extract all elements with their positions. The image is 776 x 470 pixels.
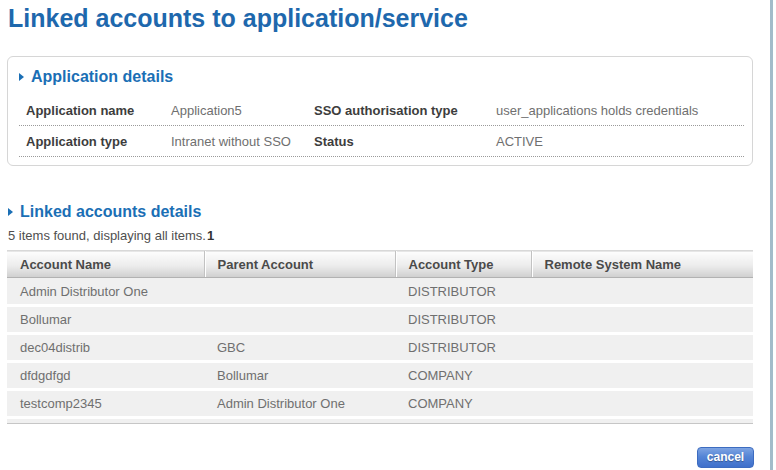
cell-parent-account: Admin Distributor One xyxy=(204,390,395,418)
table-row: Admin Distributor OneDISTRIBUTOR xyxy=(7,278,753,306)
cell-account-name: Bollumar xyxy=(7,306,204,334)
table-row: dfdgdfgdBollumarCOMPANY xyxy=(7,362,753,390)
cell-account-name: Admin Distributor One xyxy=(7,278,204,306)
page: Linked accounts to application/service A… xyxy=(0,0,776,470)
column-header-remote-system-name: Remote System Name xyxy=(531,251,753,278)
status-value: ACTIVE xyxy=(496,134,744,149)
items-summary: 5 items found, displaying all items.1 xyxy=(8,228,214,243)
page-number: 1 xyxy=(207,228,214,243)
cell-account-type: DISTRIBUTOR xyxy=(395,278,531,306)
application-details-panel: Application details Application name App… xyxy=(7,56,753,166)
cell-parent-account xyxy=(204,306,395,334)
cell-remote-system-name xyxy=(531,306,753,334)
cell-account-name: dec04distrib xyxy=(7,334,204,362)
detail-row: Application name Application5 SSO author… xyxy=(19,95,744,126)
cell-remote-system-name xyxy=(531,362,753,390)
application-type-label: Application type xyxy=(19,134,171,149)
status-label: Status xyxy=(314,134,496,149)
triangle-bullet-icon xyxy=(19,73,24,81)
triangle-bullet-icon xyxy=(8,208,13,216)
detail-row: Application type Intranet without SSO St… xyxy=(19,126,744,157)
application-type-value: Intranet without SSO xyxy=(171,134,314,149)
cell-remote-system-name xyxy=(531,278,753,306)
cell-remote-system-name xyxy=(531,334,753,362)
cell-account-name: dfdgdfgd xyxy=(7,362,204,390)
column-header-parent-account: Parent Account xyxy=(204,251,395,278)
cell-remote-system-name xyxy=(531,390,753,418)
cell-parent-account: GBC xyxy=(204,334,395,362)
table-row: BollumarDISTRIBUTOR xyxy=(7,306,753,334)
application-details-grid: Application name Application5 SSO author… xyxy=(19,95,752,157)
linked-accounts-title: Linked accounts details xyxy=(20,203,201,221)
table-header-row: Account Name Parent Account Account Type… xyxy=(7,251,753,278)
cell-account-type: COMPANY xyxy=(395,362,531,390)
application-details-header: Application details xyxy=(19,68,752,86)
page-title: Linked accounts to application/service xyxy=(8,4,468,33)
column-header-account-name: Account Name xyxy=(7,251,204,278)
cell-account-type: COMPANY xyxy=(395,390,531,418)
sso-authorisation-type-label: SSO authorisation type xyxy=(314,103,496,118)
page-right-border xyxy=(770,0,773,470)
linked-accounts-table: Account Name Parent Account Account Type… xyxy=(7,250,753,424)
table-row: dec04distribGBCDISTRIBUTOR xyxy=(7,334,753,362)
cell-parent-account xyxy=(204,278,395,306)
application-details-title: Application details xyxy=(31,68,173,86)
cell-account-type: DISTRIBUTOR xyxy=(395,334,531,362)
table-row: testcomp2345Admin Distributor OneCOMPANY xyxy=(7,390,753,418)
cell-parent-account: Bollumar xyxy=(204,362,395,390)
cell-account-name: testcomp2345 xyxy=(7,390,204,418)
application-name-label: Application name xyxy=(19,103,171,118)
items-summary-text: 5 items found, displaying all items. xyxy=(8,228,206,243)
cancel-button[interactable]: cancel xyxy=(697,447,754,468)
table-body: Admin Distributor OneDISTRIBUTORBollumar… xyxy=(7,278,753,424)
cell-account-type: DISTRIBUTOR xyxy=(395,306,531,334)
table-footer-strip-cell xyxy=(7,418,753,424)
column-header-account-type: Account Type xyxy=(395,251,531,278)
linked-accounts-header: Linked accounts details xyxy=(8,203,201,221)
table-footer-strip xyxy=(7,418,753,424)
sso-authorisation-type-value: user_applications holds credentials xyxy=(496,103,744,118)
application-name-value: Application5 xyxy=(171,103,314,118)
